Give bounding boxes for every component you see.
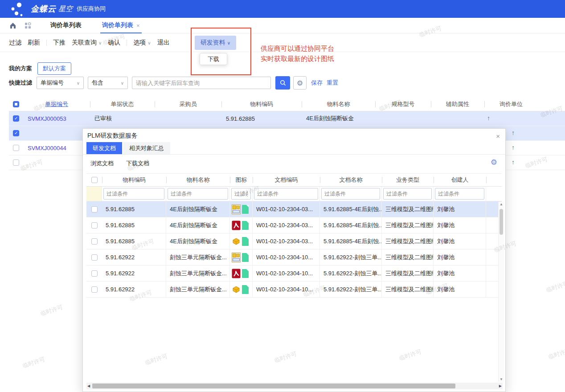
filter-input-material-code[interactable] (103, 188, 164, 200)
scroll-right-icon[interactable]: ▶ (499, 384, 502, 388)
column-header-inquiry-unit[interactable]: 询价单位 (484, 100, 538, 108)
scroll-up-icon[interactable]: ▲ (499, 202, 503, 206)
filter-input-biz-type[interactable] (383, 188, 432, 200)
document-row[interactable]: 5.91.62885 4E后刻蚀隔断钣金 W01-02-10-2304-03..… (86, 217, 502, 233)
document-row[interactable]: 5.91.62885 4E后刻蚀隔断钣金 W01-02-10-2304-03..… (86, 201, 502, 217)
column-header-material-name[interactable]: 物料名称 (302, 100, 375, 108)
exit-button[interactable]: 退出 (157, 39, 170, 47)
related-query-button[interactable]: 关联查询∨ (72, 39, 102, 47)
material-code-cell: 5.91.62885 (102, 233, 166, 249)
row-checkbox[interactable] (91, 238, 98, 245)
download-document-button[interactable]: 下载文档 (126, 159, 149, 167)
solidworks-drawing-icon (232, 204, 241, 214)
tab-related-objects[interactable]: 相关对象汇总 (123, 142, 170, 154)
inquiry-row[interactable]: SVMXJ000053 已审核 5.91.62885 4E后刻蚀隔断钣金 (9, 111, 565, 126)
filter-button[interactable]: 过滤 (9, 39, 21, 47)
options-button[interactable]: 选项∨ (133, 39, 151, 47)
row-checkbox[interactable] (91, 222, 98, 229)
row-checkbox[interactable] (13, 145, 19, 151)
rnd-material-button[interactable]: 研发资料∨ (195, 36, 236, 50)
chevron-down-icon: ∨ (147, 41, 151, 45)
tab-inquiry-list[interactable]: 询价单列表 (50, 21, 82, 29)
row-checkbox[interactable] (91, 286, 98, 293)
horizontal-scrollbar[interactable]: ◀ ▶ (86, 383, 503, 389)
search-button[interactable] (275, 76, 290, 90)
material-name-cell: 刻蚀三单元隔断钣金... (166, 282, 230, 297)
filter-input-creator[interactable] (435, 188, 484, 200)
doc-name-cell: 5.91.62922-刻蚀三单... (320, 265, 382, 281)
row-checkbox[interactable] (13, 115, 19, 122)
watermark: 临时许可 (39, 303, 64, 318)
table-settings-button[interactable]: ⚙ (491, 158, 497, 167)
filter-settings-button[interactable]: ⚙ (293, 76, 307, 90)
file-type-icons (230, 217, 253, 233)
home-icon[interactable] (9, 21, 17, 29)
column-header-aux-attr[interactable]: 辅助属性 (431, 100, 484, 108)
close-icon[interactable]: × (496, 132, 500, 140)
filter-input-doc-code[interactable] (254, 188, 318, 200)
document-row[interactable]: 5.91.62922 刻蚀三单元隔断钣金... W01-02-10-2304-1… (86, 249, 502, 265)
scroll-left-icon[interactable]: ◀ (87, 384, 90, 388)
field-select[interactable]: 单据编号 ∨ (37, 77, 84, 89)
scroll-down-icon[interactable]: ▼ (499, 377, 503, 381)
row-checkbox[interactable] (13, 130, 19, 136)
doc-code-cell: W01-02-10-2304-10... (253, 249, 320, 265)
vertical-scrollbar[interactable]: ▲ ▼ (498, 202, 504, 382)
tab-close-icon[interactable]: × (136, 22, 140, 29)
annotation-text: 供应商可以通过协同平台 实时获取最新的设计图纸 (261, 43, 334, 64)
column-header-material-name[interactable]: 物料名称 (166, 176, 230, 184)
up-arrow-icon: ↑ (487, 114, 490, 122)
tab-inquiry-list-active[interactable]: 询价单列表 × (102, 18, 140, 33)
browse-document-button[interactable]: 浏览文档 (90, 159, 114, 167)
column-header-spec[interactable]: 规格型号 (375, 100, 431, 108)
filter-input-material-name[interactable] (168, 188, 228, 200)
column-header-biz-type[interactable]: 业务类型 (382, 176, 434, 184)
select-all-checkbox[interactable] (91, 177, 98, 183)
filter-filler-cell (486, 187, 502, 201)
column-header-doc-code[interactable]: 文档编码 (253, 176, 320, 184)
column-header-doc-name[interactable]: 文档名称 (320, 176, 382, 184)
column-header-material-code[interactable]: 物料编码 (102, 176, 166, 184)
row-checkbox[interactable] (91, 206, 98, 212)
bill-no-link[interactable]: SVMXJ000044 (23, 145, 90, 151)
filter-input-icon[interactable] (231, 188, 251, 200)
topbar: 金蝶云 星空 供应商协同 (0, 0, 565, 18)
chevron-down-icon: ∨ (77, 81, 80, 86)
gear-icon: ⚙ (297, 79, 303, 87)
column-header-creator[interactable]: 创建人 (434, 176, 486, 184)
row-checkbox[interactable] (91, 270, 98, 277)
dialog-titlebar: PLM研发数据服务 × (83, 129, 505, 142)
scrollbar-thumb[interactable] (499, 209, 503, 235)
column-header-bill-status[interactable]: 单据状态 (90, 100, 155, 108)
column-header-buyer[interactable]: 采购员 (155, 100, 221, 108)
apps-grid-icon[interactable] (24, 22, 32, 29)
tab-bar: 询价单列表 询价单列表 × (0, 18, 565, 33)
column-header-icon[interactable]: 图标 (230, 176, 253, 184)
default-scheme-button[interactable]: 默认方案 (37, 62, 71, 75)
row-checkbox[interactable] (91, 254, 98, 261)
operator-select[interactable]: 包含 ∨ (88, 77, 128, 89)
download-menu-item[interactable]: 下载 (200, 53, 227, 65)
document-row[interactable]: 5.91.62885 4E后刻蚀隔断钣金 W01-02-10-2304-03..… (86, 233, 502, 249)
filter-input-doc-name[interactable] (321, 188, 380, 200)
keyword-input[interactable] (132, 77, 271, 89)
bill-no-link[interactable]: SVMXJ000053 (23, 115, 90, 122)
column-header-bill-no[interactable]: 单据编号 (45, 101, 68, 107)
document-row[interactable]: 5.91.62922 刻蚀三单元隔断钣金... W01-02-10-2304-1… (86, 265, 502, 282)
scrollbar-thumb[interactable] (92, 384, 455, 388)
save-filter-link[interactable]: 保存 (311, 79, 323, 87)
confirm-button[interactable]: 确认 (108, 39, 120, 47)
biz-type-cell: 三维模型及二维图纸 (382, 201, 434, 217)
search-icon (279, 79, 287, 86)
tab-rnd-documents[interactable]: 研发文档 (86, 142, 122, 154)
up-arrow-icon: ↑ (512, 129, 515, 136)
pdf-icon (232, 269, 241, 278)
reset-filter-link[interactable]: 重置 (327, 79, 338, 87)
refresh-button[interactable]: 刷新 (28, 39, 40, 47)
select-all-checkbox[interactable] (13, 101, 19, 107)
document-icon (242, 237, 249, 246)
row-checkbox[interactable] (13, 159, 19, 166)
push-down-button[interactable]: 下推 (53, 39, 66, 47)
document-row[interactable]: 5.91.62922 刻蚀三单元隔断钣金... W01-02-10-2304-1… (86, 282, 502, 298)
column-header-material-code[interactable]: 物料编码 (221, 100, 302, 108)
